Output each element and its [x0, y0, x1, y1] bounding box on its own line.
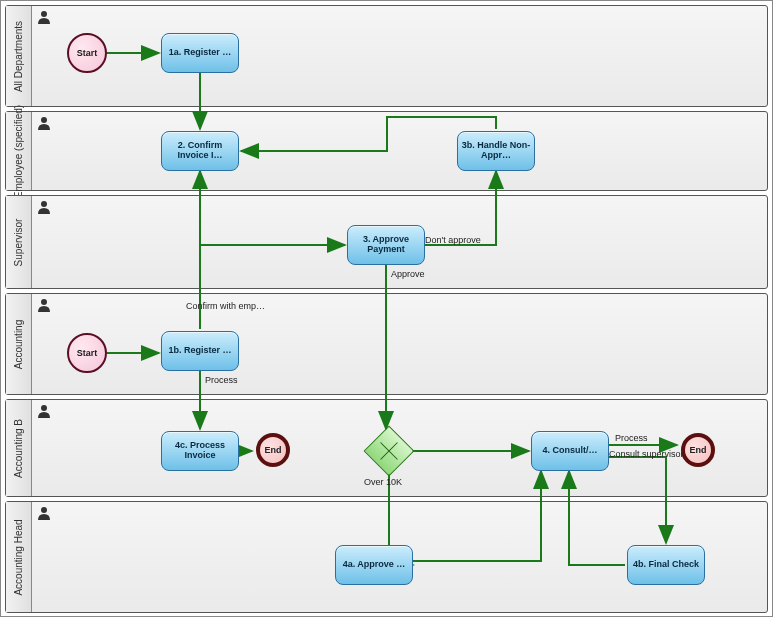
svg-point-3 — [41, 299, 47, 305]
start-label: Start — [77, 48, 98, 58]
edge-label-process: Process — [205, 375, 238, 385]
start-event-2[interactable]: Start — [67, 333, 107, 373]
task-4c-process[interactable]: 4c. Process Invoice — [161, 431, 239, 471]
task-label: 3b. Handle Non-Appr… — [460, 141, 532, 161]
lane-label: Accounting B — [6, 400, 32, 496]
start-label: Start — [77, 348, 98, 358]
end-event-1[interactable]: End — [256, 433, 290, 467]
user-icon — [36, 403, 52, 419]
edge-label-over10k: Over 10K — [364, 477, 402, 487]
task-4a-approve[interactable]: 4a. Approve … — [335, 545, 413, 585]
user-icon — [36, 115, 52, 131]
user-icon — [36, 297, 52, 313]
edge-label-consult-sup: Consult supervisor — [609, 449, 684, 459]
task-3b-handle[interactable]: 3b. Handle Non-Appr… — [457, 131, 535, 171]
end-label: End — [265, 445, 282, 455]
task-label: 1b. Register … — [168, 346, 231, 356]
end-event-2[interactable]: End — [681, 433, 715, 467]
task-1a-register[interactable]: 1a. Register … — [161, 33, 239, 73]
task-label: 2. Confirm Invoice I… — [164, 141, 236, 161]
task-3-approve[interactable]: 3. Approve Payment — [347, 225, 425, 265]
task-1b-register[interactable]: 1b. Register … — [161, 331, 239, 371]
svg-point-2 — [41, 201, 47, 207]
bpmn-canvas[interactable]: All Departments Employee (specified) Sup… — [0, 0, 773, 617]
user-icon — [36, 199, 52, 215]
edge-label-confirm-emp: Confirm with emp… — [186, 301, 265, 311]
task-4-consult[interactable]: 4. Consult/… — [531, 431, 609, 471]
svg-point-1 — [41, 117, 47, 123]
lane-label: Accounting — [6, 294, 32, 394]
task-label: 4. Consult/… — [542, 446, 597, 456]
lane-employee[interactable]: Employee (specified) — [5, 111, 768, 191]
edge-label-dont-approve: Don't approve — [425, 235, 481, 245]
task-4b-final[interactable]: 4b. Final Check — [627, 545, 705, 585]
edge-label-process2: Process — [615, 433, 648, 443]
lane-label: Employee (specified) — [6, 112, 32, 190]
start-event-1[interactable]: Start — [67, 33, 107, 73]
lane-accounting[interactable]: Accounting — [5, 293, 768, 395]
svg-point-5 — [41, 507, 47, 513]
task-label: 3. Approve Payment — [350, 235, 422, 255]
task-label: 4b. Final Check — [633, 560, 699, 570]
lane-all-departments[interactable]: All Departments — [5, 5, 768, 107]
end-label: End — [690, 445, 707, 455]
svg-point-4 — [41, 405, 47, 411]
lane-label: Supervisor — [6, 196, 32, 288]
lane-label: All Departments — [6, 6, 32, 106]
edge-label-approve: Approve — [391, 269, 425, 279]
task-label: 1a. Register … — [169, 48, 232, 58]
svg-point-0 — [41, 11, 47, 17]
task-label: 4a. Approve … — [343, 560, 406, 570]
task-2-confirm[interactable]: 2. Confirm Invoice I… — [161, 131, 239, 171]
user-icon — [36, 505, 52, 521]
user-icon — [36, 9, 52, 25]
lane-label: Accounting Head — [6, 502, 32, 612]
task-label: 4c. Process Invoice — [164, 441, 236, 461]
